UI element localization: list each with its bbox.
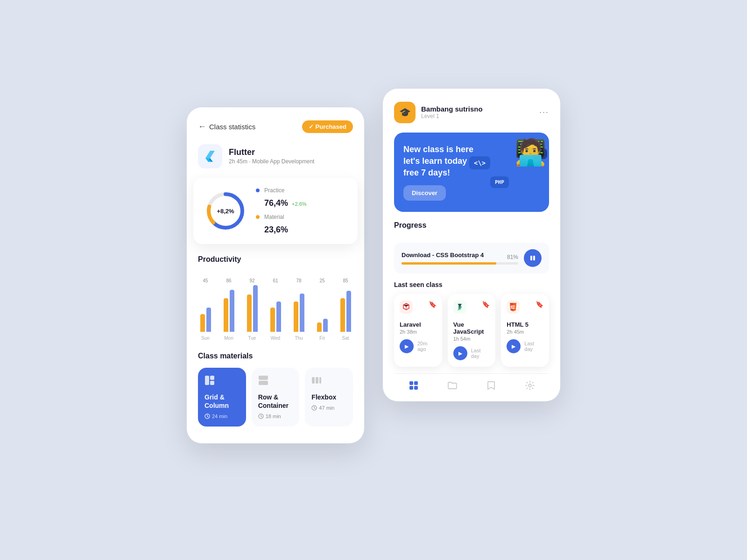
banner: New class is here let's learn today free…: [394, 133, 549, 212]
practice-label: Practice: [264, 187, 346, 194]
more-button[interactable]: ···: [539, 107, 549, 117]
progress-percent: 81%: [507, 254, 518, 260]
progress-bar-bg: 81%: [402, 262, 518, 265]
svg-rect-22: [409, 381, 413, 385]
svg-rect-7: [210, 376, 214, 380]
material-card-row[interactable]: Row & Container 18 min: [252, 368, 300, 427]
bar-chart: 45 86 92: [198, 271, 353, 332]
bookmark-html[interactable]: 🔖: [536, 301, 543, 308]
bottom-nav: [394, 373, 549, 401]
bar-thu: 78: [291, 278, 306, 332]
code-tags: <\> C++ PHP JS 🧑‍💻: [465, 133, 549, 212]
material-card-grid[interactable]: Grid & Column 24 min: [198, 368, 246, 427]
svg-point-26: [529, 384, 531, 387]
laravel-icon: [400, 301, 413, 316]
person-figure: 🧑‍💻: [514, 137, 547, 168]
material-name-row: Row & Container: [258, 393, 293, 410]
svg-rect-13: [312, 377, 315, 384]
svg-rect-14: [316, 377, 318, 384]
svg-rect-24: [409, 386, 413, 390]
profile-header: 🎓 Bambang sutrisno Level 1 ···: [394, 102, 549, 123]
svg-rect-6: [205, 376, 209, 385]
material-name-flexbox: Flexbox: [311, 393, 346, 401]
play-html[interactable]: ▶: [507, 339, 521, 353]
progress-item: Download - CSS Bootstrap 4 81%: [394, 243, 549, 273]
svg-rect-15: [319, 377, 321, 384]
profile-level: Level 1: [421, 113, 483, 119]
profile-name: Bambang sutrisno: [421, 105, 483, 113]
progress-info: Download - CSS Bootstrap 4 81%: [402, 252, 518, 265]
flutter-icon: [198, 144, 222, 168]
right-phone: 🎓 Bambang sutrisno Level 1 ··· New class…: [383, 89, 560, 402]
progress-label: Progress: [394, 221, 426, 230]
play-vue[interactable]: ▶: [453, 346, 467, 360]
practice-dot: [256, 189, 260, 192]
code-tag-main: <\>: [469, 156, 490, 169]
row-container-icon: [258, 375, 293, 388]
bar-mon: 86: [221, 278, 236, 332]
progress-name: Download - CSS Bootstrap 4: [402, 252, 518, 259]
progress-section: Progress Download - CSS Bootstrap 4 81%: [394, 221, 549, 273]
practice-change: +2.6%: [292, 201, 307, 207]
svg-rect-11: [259, 381, 268, 385]
last-seen-section: Last seen class 🔖 Laravel: [394, 281, 549, 367]
seen-time-vue: Last day: [471, 348, 490, 359]
material-value: 23,6%: [264, 225, 288, 234]
material-time-row: 18 min: [258, 413, 293, 419]
grid-column-icon: [204, 375, 240, 388]
bar-fri: 25: [315, 278, 330, 332]
play-laravel[interactable]: ▶: [400, 339, 414, 353]
material-label: Material: [264, 214, 346, 220]
page-title: Class statistics: [209, 123, 255, 131]
last-seen-cards: 🔖 Laravel 2h 38m ▶ 20m ago: [390, 294, 553, 367]
material-name-grid: Grid & Column: [204, 393, 240, 410]
materials-section: Class materials Grid & Column: [198, 352, 353, 427]
materials-title: Class materials: [198, 352, 353, 360]
phone-header: ← Class statistics ✓ Purchased: [198, 120, 353, 133]
svg-marker-0: [205, 151, 215, 158]
code-tag-php: PHP: [490, 176, 509, 188]
left-phone: ← Class statistics ✓ Purchased Flutter 2…: [187, 107, 364, 443]
seen-card-html: 🔖 HTML 5 2h 45m ▶ Last day: [501, 294, 549, 367]
bar-sat: 85: [338, 278, 353, 332]
seen-duration-laravel: 2h 38m: [400, 329, 437, 335]
course-name: Flutter: [229, 147, 314, 157]
flexbox-icon: [311, 375, 346, 388]
nav-bookmark-icon[interactable]: [486, 380, 496, 393]
svg-rect-8: [210, 381, 214, 385]
practice-value: 76,4%: [264, 198, 288, 208]
svg-rect-25: [414, 386, 418, 390]
nav-settings-icon[interactable]: [525, 380, 535, 393]
progress-bar-container: 81%: [402, 262, 518, 265]
seen-card-laravel: 🔖 Laravel 2h 38m ▶ 20m ago: [394, 294, 442, 367]
last-seen-title: Last seen class: [394, 281, 549, 288]
bookmark-laravel[interactable]: 🔖: [429, 301, 437, 308]
back-button[interactable]: ← Class statistics: [198, 122, 255, 132]
seen-time-laravel: 20m ago: [417, 341, 437, 352]
seen-name-html: HTML 5: [507, 321, 543, 328]
seen-duration-html: 2h 45m: [507, 329, 543, 335]
material-stat: Material: [256, 214, 346, 220]
nav-home-icon[interactable]: [409, 380, 419, 393]
material-card-flexbox[interactable]: Flexbox 47 min: [305, 368, 353, 427]
material-dot: [256, 215, 260, 219]
seen-time-html: Last day: [524, 341, 543, 352]
back-arrow-icon: ←: [198, 122, 206, 132]
materials-grid: Grid & Column 24 min: [198, 368, 353, 427]
purchased-badge: ✓ Purchased: [302, 120, 353, 133]
svg-rect-23: [414, 381, 418, 385]
html5-icon: [507, 301, 520, 316]
stats-card: +8,2% Practice 76,4% +2.6% Material 23,6…: [193, 178, 358, 244]
pause-button[interactable]: [524, 249, 542, 267]
course-card: Flutter 2h 45m · Mobile App Development: [198, 144, 353, 168]
svg-rect-10: [259, 376, 268, 380]
banner-illustration: <\> C++ PHP JS 🧑‍💻: [465, 133, 549, 212]
bar-tue: 92: [245, 278, 260, 332]
svg-rect-17: [530, 256, 532, 260]
discover-button[interactable]: Discover: [403, 185, 446, 201]
seen-name-laravel: Laravel: [400, 321, 437, 328]
bookmark-vue[interactable]: 🔖: [482, 301, 490, 308]
vue-icon: [453, 301, 466, 316]
nav-folder-icon[interactable]: [447, 380, 458, 393]
progress-header: Progress: [394, 221, 549, 237]
